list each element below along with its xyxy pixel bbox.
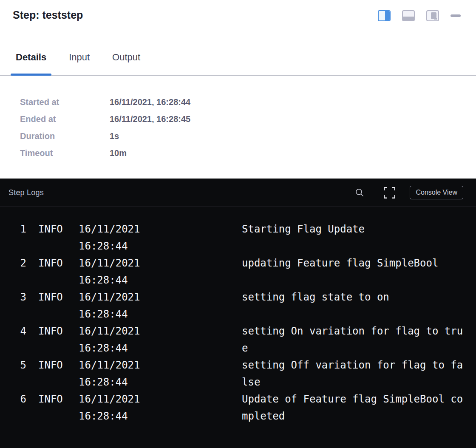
log-message: updating Feature flag SimpleBool [242,255,465,289]
page-title: Step: teststep [13,9,83,21]
log-timestamp: 16/11/2021 16:28:44 [79,289,195,323]
log-line-number: 2 [10,255,26,289]
log-row: 3 INFO 16/11/2021 16:28:44 setting flag … [10,289,466,323]
log-timestamp: 16/11/2021 16:28:44 [79,323,195,357]
step-logs-header: Step Logs Console View [0,179,476,207]
tab-input[interactable]: Input [64,51,95,75]
layout-split-right-icon[interactable] [378,10,391,21]
log-level: INFO [38,357,63,391]
detail-value: 10m [110,145,127,162]
log-row: 2 INFO 16/11/2021 16:28:44 updating Feat… [10,255,466,289]
step-logs-panel: Step Logs Console View 1 INFO [0,179,476,448]
log-level: INFO [38,221,63,255]
detail-row-duration: Duration 1s [20,128,476,145]
log-message: setting Off variation for flag to false [242,357,465,391]
detail-row-started-at: Started at 16/11/2021, 16:28:44 [20,94,476,111]
log-row: 1 INFO 16/11/2021 16:28:44 Starting Flag… [10,221,466,255]
layout-controls [378,10,461,21]
log-message: setting flag state to on [242,289,465,323]
step-logs-title: Step Logs [8,188,44,197]
minimize-icon[interactable] [450,14,461,17]
detail-label: Duration [20,128,110,145]
log-line-number: 1 [10,221,26,255]
log-message: Update of Feature flag SimpleBool comple… [242,391,465,425]
detail-label: Started at [20,94,110,111]
log-row: 5 INFO 16/11/2021 16:28:44 setting Off v… [10,357,466,391]
layout-floating-icon[interactable] [426,10,439,21]
tab-details[interactable]: Details [11,51,51,75]
log-message: setting On variation for flag to true [242,323,465,357]
log-timestamp: 16/11/2021 16:28:44 [79,221,195,255]
log-row: 6 INFO 16/11/2021 16:28:44 Update of Fea… [10,391,466,425]
titlebar: Step: teststep [0,0,476,21]
log-line-number: 6 [10,391,26,425]
tabbar: Details Input Output [0,51,476,76]
log-level: INFO [38,391,63,425]
detail-label: Ended at [20,111,110,128]
layout-bottom-icon[interactable] [402,10,415,21]
log-timestamp: 16/11/2021 16:28:44 [79,357,195,391]
detail-value: 16/11/2021, 16:28:45 [110,111,190,128]
log-level: INFO [38,255,63,289]
log-timestamp: 16/11/2021 16:28:44 [79,255,195,289]
log-message: Starting Flag Update [242,221,465,255]
fullscreen-corners-icon[interactable] [384,187,395,198]
details-grid: Started at 16/11/2021, 16:28:44 Ended at… [0,76,476,162]
log-body: 1 INFO 16/11/2021 16:28:44 Starting Flag… [0,207,476,425]
detail-value: 1s [110,128,119,145]
log-level: INFO [38,323,63,357]
log-line-number: 3 [10,289,26,323]
split-left-pane [379,11,385,20]
step-details-section: Step: teststep Details Input Output Star… [0,0,476,179]
detail-value: 16/11/2021, 16:28:44 [110,94,190,111]
search-icon[interactable] [355,188,364,197]
detail-row-ended-at: Ended at 16/11/2021, 16:28:45 [20,111,476,128]
tab-output[interactable]: Output [107,51,145,75]
console-view-button[interactable]: Console View [410,186,463,199]
log-line-number: 5 [10,357,26,391]
detail-row-timeout: Timeout 10m [20,145,476,162]
split-right-pane [385,11,390,20]
log-timestamp: 16/11/2021 16:28:44 [79,391,195,425]
log-actions: Console View [355,186,463,199]
log-level: INFO [38,289,63,323]
floating-pane-dash [434,18,437,20]
detail-label: Timeout [20,145,110,162]
log-row: 4 INFO 16/11/2021 16:28:44 setting On va… [10,323,466,357]
log-line-number: 4 [10,323,26,357]
